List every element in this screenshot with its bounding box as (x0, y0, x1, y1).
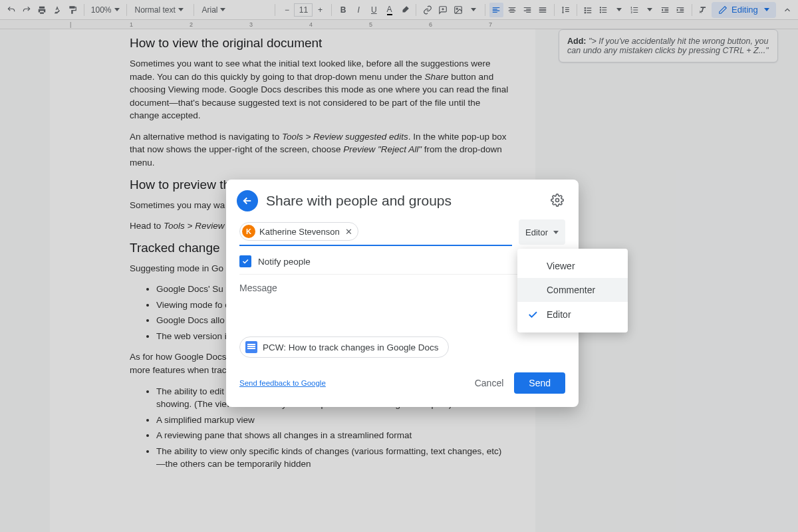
notify-checkbox[interactable] (239, 255, 251, 267)
back-button[interactable] (237, 190, 258, 211)
send-feedback-link[interactable]: Send feedback to Google (239, 379, 326, 387)
role-select[interactable]: Editor (519, 219, 565, 245)
role-option-viewer[interactable]: Viewer (517, 254, 628, 278)
settings-button[interactable] (551, 194, 565, 208)
chevron-down-icon (553, 231, 559, 234)
check-icon (241, 257, 249, 265)
role-dropdown-menu: Viewer Commenter Editor (517, 249, 628, 332)
svg-point-5 (556, 199, 559, 202)
people-input[interactable]: K Katherine Stevenson ✕ (239, 219, 512, 246)
doc-chip-name: PCW: How to track changes in Google Docs (263, 342, 439, 352)
dialog-title: Share with people and groups (266, 193, 543, 209)
notify-label: Notify people (258, 257, 311, 267)
arrow-left-icon (241, 195, 253, 207)
send-button[interactable]: Send (514, 372, 565, 394)
cancel-button[interactable]: Cancel (464, 372, 515, 394)
remove-chip-icon[interactable]: ✕ (344, 227, 354, 237)
avatar: K (242, 225, 255, 238)
chip-name: Katherine Stevenson (259, 227, 340, 237)
role-option-editor[interactable]: Editor (517, 302, 628, 327)
person-chip[interactable]: K Katherine Stevenson ✕ (239, 222, 358, 241)
role-option-commenter[interactable]: Commenter (517, 278, 628, 302)
docs-icon (245, 341, 257, 353)
message-input[interactable]: Message (239, 274, 565, 331)
attached-doc-chip[interactable]: PCW: How to track changes in Google Docs (239, 336, 449, 358)
gear-icon (551, 194, 564, 207)
check-icon (527, 309, 540, 321)
